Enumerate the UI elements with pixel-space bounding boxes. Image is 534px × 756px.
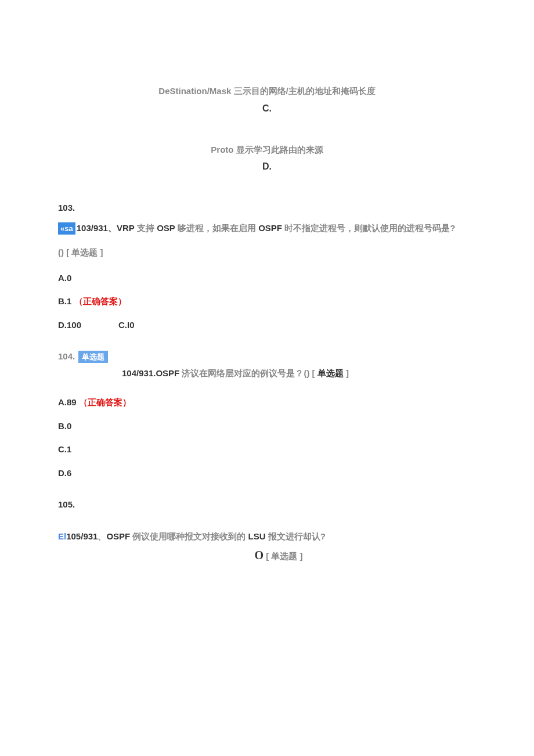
q105-bold-1: 105/931 [66, 531, 98, 541]
q103-options-cd-row: D.100 C.I0 [58, 319, 476, 332]
q103-bold-osp: OSP [157, 223, 175, 233]
q104-option-a-prefix: A.89 [58, 397, 77, 407]
q103-text-line1: «sa103/931、VRP 支持 OSP 哆进程，如果在启用 OSPF 时不指… [58, 219, 476, 237]
q104-rest-end: ] [344, 368, 349, 378]
q103-option-b: B.1 （正确答案） [58, 295, 476, 308]
q104-text: 104/931.OSPF 济议在网络层对应的例议号是？() [ 单选题 ] [122, 367, 476, 380]
q105-bold-lsu: LSU [248, 531, 266, 541]
q105-tail: 报文进行却认? [266, 531, 326, 541]
q104-header: 104. 单选题 [58, 350, 476, 363]
q104-correct-answer-label: （正确答案） [79, 397, 131, 407]
q103-correct-answer-label: （正确答案） [74, 296, 127, 306]
q104-rest: 济议在网络层对应的例议号是？() [ [179, 368, 317, 378]
q105-bold-ospf: OSPF [106, 531, 130, 541]
q103-mid2: 哆进程，如果在启用 [175, 223, 258, 233]
q105-mid2: 例议使用哪种报文对接收到的 [130, 531, 248, 541]
q105-number: 105. [58, 498, 476, 512]
q104-option-a: A.89 （正确答案） [58, 396, 476, 409]
q103-tail: 时不指定进程号，则默认使用的进程号码是? [282, 223, 455, 233]
q103-bold-ospf: OSPF [258, 223, 282, 233]
q103-mid1: 支持 [135, 223, 157, 233]
letter-c: C. [58, 102, 476, 116]
q104-option-c: C.1 [58, 443, 476, 456]
q104-tag-icon: 单选题 [78, 351, 108, 363]
q103-option-d: D.100 [58, 319, 81, 332]
q103-number: 103. [58, 201, 476, 215]
q105-text: El105/931、OSPF 例议使用哪种报文对接收到的 LSU 报文进行却认? [58, 530, 476, 543]
q104-option-b: B.0 [58, 420, 476, 433]
page-content: DeStination/Mask 三示目的网络/主机的地址和掩码长度 C. Pr… [0, 0, 534, 622]
q103-option-b-prefix: B.1 [58, 296, 71, 306]
letter-d: D. [58, 160, 476, 174]
option-c-proto: Proto 显示学习此路由的来源 [58, 143, 476, 157]
q104-bold-prefix: 104/931.OSPF [122, 368, 179, 378]
q104-number: 104. [58, 350, 75, 363]
q105-O-icon: O [254, 549, 264, 561]
q105-sub-label: [ 单选题 ] [264, 551, 303, 561]
q104-option-d: D.6 [58, 467, 476, 480]
q104-rest-bold: 单选题 [317, 368, 344, 378]
q103-tag-icon: «sa [58, 222, 75, 235]
q105-mid1: 、 [98, 531, 106, 541]
q103-bold-prefix: 103/931、VRP [77, 223, 135, 233]
q103-option-a: A.0 [58, 272, 476, 285]
q103-text-line2: () [ 单选题 ] [58, 244, 476, 261]
q103-option-c: C.I0 [118, 319, 135, 332]
option-b-destination-mask: DeStination/Mask 三示目的网络/主机的地址和掩码长度 [58, 85, 476, 98]
q105-subtext: O [ 单选题 ] [81, 546, 476, 564]
q105-el-label: El [58, 531, 66, 541]
